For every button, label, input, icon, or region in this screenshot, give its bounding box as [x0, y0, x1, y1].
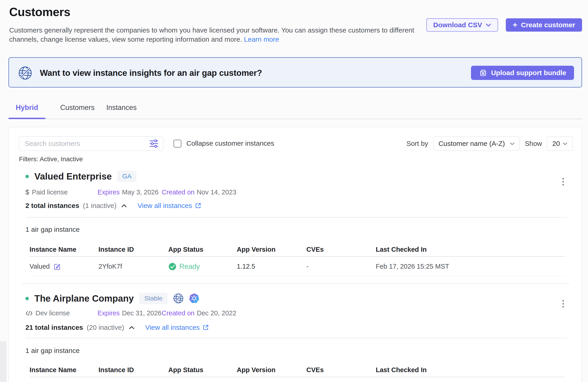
learn-more-link[interactable]: Learn more — [244, 36, 279, 43]
customer-header: The Airplane Company Stable — [25, 293, 199, 304]
download-csv-label: Download CSV — [433, 21, 482, 29]
paid-license-icon: $ — [25, 189, 29, 196]
expires-value: May 3, 2026 — [122, 189, 159, 196]
customers-card: Collapse customer instances Sort by Cust… — [8, 127, 582, 382]
sort-by-select[interactable]: Customer name (A-Z) — [433, 136, 520, 151]
table-row: Valued 2YfoK7f Ready 1.12.5 - Feb 17, 20… — [30, 257, 565, 276]
channel-badge: Stable — [139, 293, 167, 304]
col-instance-name: Instance Name — [30, 366, 99, 374]
filter-sliders-icon[interactable] — [149, 139, 159, 148]
tab-customers[interactable]: Customers — [55, 104, 100, 112]
created-on-label: Created on — [162, 189, 195, 196]
customer-actions-menu-button[interactable] — [561, 177, 565, 187]
upload-support-bundle-button[interactable]: Upload support bundle — [471, 66, 574, 80]
upload-support-bundle-label: Upload support bundle — [491, 69, 566, 77]
view-all-instances-link[interactable]: View all instances — [138, 202, 201, 210]
chevron-up-icon[interactable] — [121, 204, 127, 208]
view-all-instances-label: View all instances — [145, 324, 200, 331]
total-instances-text: 21 total instances — [25, 324, 83, 331]
instance-id-value: 2YfoK7f — [99, 263, 168, 270]
col-last-checked-in: Last Checked In — [376, 366, 565, 374]
channel-badge: GA — [117, 171, 136, 182]
air-gap-globe-icon — [173, 293, 184, 304]
app-version-value: 1.12.5 — [237, 263, 306, 270]
page-description: Customers generally represent the compan… — [9, 26, 421, 44]
last-checked-in-value: Feb 17, 2026 15:25 MST — [376, 263, 565, 270]
cves-value: - — [306, 263, 376, 270]
collapse-instances-label: Collapse customer instances — [186, 139, 274, 147]
expires-label: Expires — [98, 189, 120, 196]
external-link-icon — [195, 202, 201, 209]
chevron-down-icon — [486, 23, 491, 27]
instances-table-header: Instance Name Instance ID App Status App… — [30, 363, 565, 377]
chevron-down-icon — [510, 142, 514, 145]
customer-section-divider — [22, 283, 569, 284]
create-customer-label: Create customer — [521, 21, 575, 29]
license-type-label: Dev license — [36, 309, 70, 317]
kubernetes-icon — [189, 293, 199, 303]
sort-by-value: Customer name (A-Z) — [439, 140, 505, 148]
license-type-label: Paid license — [32, 189, 67, 196]
view-all-instances-label: View all instances — [138, 202, 192, 210]
active-status-dot — [25, 175, 29, 178]
created-on-value: Dec 20, 2022 — [197, 309, 236, 317]
instances-table-header: Instance Name Instance ID App Status App… — [30, 243, 565, 257]
customer-actions-menu-button[interactable] — [561, 299, 565, 309]
license-row: $ Paid license ExpiresMay 3, 2026 Create… — [25, 189, 236, 196]
customer-header: Valued Enterprise GA — [25, 171, 136, 182]
toolbar-right: Sort by Customer name (A-Z) Show 20 — [406, 136, 573, 151]
show-label: Show — [525, 140, 542, 148]
app-status-value: Ready — [179, 262, 200, 271]
header-actions: Download CSV + Create customer — [426, 18, 582, 32]
col-last-checked-in: Last Checked In — [376, 246, 565, 253]
left-edge-strip — [0, 341, 6, 382]
col-app-status: App Status — [168, 246, 237, 253]
view-all-instances-link[interactable]: View all instances — [145, 324, 209, 331]
show-value: 20 — [552, 140, 560, 148]
active-filters-text: Filters: Active, Inactive — [19, 155, 83, 163]
external-link-icon — [202, 324, 209, 331]
col-cves: CVEs — [306, 246, 376, 253]
download-csv-button[interactable]: Download CSV — [426, 18, 498, 32]
total-instances-text: 2 total instances — [25, 202, 79, 210]
show-select[interactable]: 20 — [547, 136, 573, 151]
search-wrapper — [19, 136, 163, 151]
col-cves: CVEs — [306, 366, 376, 374]
expires-label: Expires — [98, 309, 120, 317]
col-instance-name: Instance Name — [30, 246, 99, 253]
inactive-instances-note: (20 inactive) — [87, 324, 124, 331]
tab-hybrid[interactable]: Hybrid — [8, 104, 45, 112]
customer-name[interactable]: Valued Enterprise — [34, 171, 112, 182]
created-on-value: Nov 14, 2023 — [197, 189, 236, 196]
check-circle-icon — [168, 262, 177, 271]
tab-instances[interactable]: Instances — [103, 104, 140, 112]
customer-name[interactable]: The Airplane Company — [34, 293, 134, 304]
page-title: Customers — [9, 5, 70, 19]
create-customer-button[interactable]: + Create customer — [506, 18, 582, 32]
air-gap-instance-note: 1 air gap instance — [25, 347, 80, 355]
col-app-version: App Version — [237, 246, 306, 253]
code-icon — [25, 310, 33, 316]
air-gap-banner: Want to view instance insights for an ai… — [8, 57, 582, 87]
edit-icon[interactable] — [53, 263, 61, 271]
divider — [25, 338, 567, 338]
divider — [25, 217, 567, 218]
chevron-up-icon[interactable] — [129, 326, 135, 330]
instances-table: Instance Name Instance ID App Status App… — [30, 243, 565, 276]
instances-summary-row: 2 total instances (1 inactive) View all … — [25, 202, 201, 210]
tabs-active-indicator — [8, 118, 45, 119]
license-row: Dev license ExpiresDec 31, 2026 Created … — [25, 309, 236, 317]
inactive-instances-note: (1 inactive) — [83, 202, 117, 210]
tabs-underline — [8, 119, 582, 119]
col-app-status: App Status — [168, 366, 237, 374]
upload-bundle-icon — [479, 68, 487, 77]
sort-by-label: Sort by — [406, 140, 428, 148]
collapse-instances-checkbox[interactable] — [174, 140, 181, 148]
created-on-label: Created on — [162, 309, 195, 317]
col-instance-id: Instance ID — [99, 366, 168, 374]
col-app-version: App Version — [237, 366, 306, 374]
search-input[interactable] — [19, 136, 163, 151]
banner-title: Want to view instance insights for an ai… — [40, 68, 262, 78]
expires-value: Dec 31, 2026 — [122, 309, 162, 317]
instances-table: Instance Name Instance ID App Status App… — [30, 363, 565, 377]
